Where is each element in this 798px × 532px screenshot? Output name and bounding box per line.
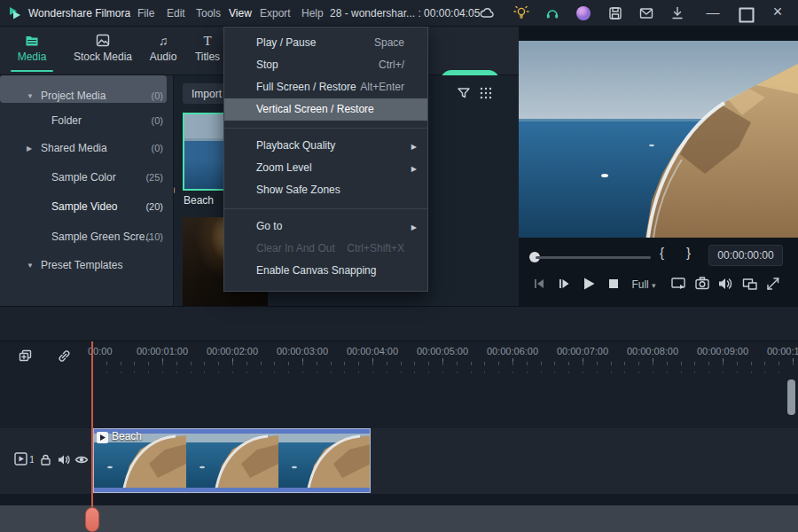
view-dropdown-menu: Play / Pause Space Stop Ctrl+/ Full Scre… (223, 27, 428, 292)
stock-media-icon (96, 34, 110, 48)
sidebar-item-folder[interactable]: Folder (0) (0, 111, 174, 130)
menu-edit[interactable]: Edit (167, 0, 185, 27)
timeline-toolbar: ↶ ↷ ✂ (0, 306, 798, 341)
minimize-button[interactable]: — (705, 4, 721, 20)
timeline-panel: 00:00 00:00:01:00 00:00:02:00 00:00:03:0… (0, 341, 798, 532)
sidebar-item-preset-templates[interactable]: ▼ Preset Templates (0, 255, 174, 275)
clip-play-badge (97, 432, 108, 443)
tab-stock-media[interactable]: Stock Media (62, 34, 144, 75)
playhead-handle[interactable] (85, 507, 99, 532)
sidebar-item-project-media[interactable]: ▼ Project Media (0) (0, 86, 174, 106)
expander-down-icon[interactable]: ▼ (27, 256, 34, 276)
menu-tools[interactable]: Tools (196, 0, 221, 27)
playback-quality-dropdown[interactable]: Full ▾ (623, 276, 664, 293)
titles-t-icon: T (190, 34, 225, 48)
timeline-vertical-scrollbar[interactable] (787, 379, 795, 415)
sidebar-item-sample-color[interactable]: Sample Color (25) (0, 168, 174, 187)
timeline-clip-beach[interactable]: Beach (93, 428, 371, 493)
sidebar-item-shared-media[interactable]: ▶ Shared Media (0) (0, 138, 174, 158)
tab-media[interactable]: Media (9, 34, 55, 75)
mark-out-button[interactable]: } (686, 245, 691, 260)
speaker-icon[interactable] (716, 275, 734, 293)
timeline-ruler[interactable]: 00:00 00:00:01:00 00:00:02:00 00:00:03:0… (0, 341, 798, 374)
video-track-lane: 1 Beach (0, 428, 798, 494)
menu-item-zoom-level[interactable]: Zoom Level ▶ (224, 157, 427, 179)
menu-file[interactable]: File (137, 0, 154, 27)
mail-icon[interactable] (638, 5, 654, 21)
expander-down-icon[interactable]: ▼ (27, 87, 34, 106)
tab-stock-media-label: Stock Media (62, 51, 144, 63)
ruler-minor-ticks (92, 362, 798, 365)
close-button[interactable]: × (770, 4, 786, 20)
preview-timecode: 00:00:00:00 (708, 245, 783, 266)
menu-export[interactable]: Export (260, 0, 291, 27)
audio-note-icon: ♫ (144, 34, 183, 48)
menu-item-show-safe-zones[interactable]: Show Safe Zones (224, 179, 427, 201)
view-mode-grid-icon[interactable] (479, 86, 493, 100)
save-icon[interactable] (607, 5, 623, 21)
video-track-type-icon: 1 (14, 451, 34, 467)
play-button[interactable] (580, 275, 598, 293)
app-title: Wondershare Filmora (28, 0, 130, 27)
filmora-window: Wondershare Filmora File Edit Tools View… (0, 0, 798, 532)
preview-seek-track[interactable] (536, 256, 651, 259)
media-thumbnail-beach-label: Beach (184, 194, 214, 207)
dual-monitor-icon[interactable] (669, 275, 687, 293)
preview-panel: { } 00:00:00:00 Full ▾ (519, 27, 798, 306)
track-mute-icon[interactable] (57, 453, 71, 466)
fullscreen-expand-icon[interactable] (764, 275, 782, 293)
clip-name-label: Beach (112, 430, 142, 442)
preview-video-frame (519, 41, 798, 238)
chevron-down-icon: ▾ (652, 281, 656, 290)
submenu-arrow-icon: ▶ (411, 158, 417, 180)
maximize-button[interactable] (739, 7, 755, 23)
tab-media-label: Media (9, 51, 55, 63)
sidebar-collapse-icon[interactable]: ◀ (174, 185, 175, 194)
cloud-icon[interactable] (479, 5, 495, 21)
user-avatar[interactable] (575, 5, 591, 21)
lightbulb-icon[interactable] (513, 5, 529, 21)
stop-button[interactable] (605, 275, 622, 293)
tab-titles-label: Titles (190, 51, 225, 63)
menu-item-playback-quality[interactable]: Playback Quality ▶ (224, 135, 427, 157)
menu-item-stop[interactable]: Stop Ctrl+/ (224, 54, 427, 76)
menu-separator (224, 201, 427, 215)
next-frame-button[interactable] (555, 275, 573, 293)
title-bar: Wondershare Filmora File Edit Tools View… (0, 0, 798, 27)
tab-audio-label: Audio (144, 51, 183, 63)
tab-active-underline (11, 70, 53, 72)
playhead-line[interactable] (91, 341, 93, 507)
sidebar-item-sample-green-screen[interactable]: Sample Green Scre... (10) (0, 227, 174, 246)
previous-frame-button[interactable] (530, 275, 548, 293)
download-icon[interactable] (669, 5, 685, 21)
snapshot-camera-icon[interactable] (693, 275, 711, 293)
submenu-arrow-icon: ▶ (411, 136, 417, 158)
menu-item-clear-in-and-out: Clear In And Out Ctrl+Shift+X (224, 238, 427, 260)
sidebar-item-sample-video[interactable]: Sample Video (20) (0, 197, 174, 216)
picture-in-picture-icon[interactable] (741, 275, 759, 293)
menu-item-enable-canvas-snapping[interactable]: Enable Canvas Snapping (224, 260, 427, 282)
track-visibility-eye-icon[interactable] (74, 454, 89, 466)
expander-right-icon[interactable]: ▶ (27, 139, 32, 159)
svg-text:1: 1 (29, 454, 34, 465)
project-title-timecode: 28 - wondershar... : 00:00:04:05 (330, 0, 480, 27)
menu-item-vertical-screen-restore[interactable]: Vertical Screen / Restore (224, 98, 427, 121)
submenu-arrow-icon: ▶ (411, 216, 417, 239)
ruler-sub-ticks (92, 372, 793, 373)
menu-separator (224, 121, 427, 135)
tab-audio[interactable]: ♫ Audio (144, 34, 183, 75)
track-lock-icon[interactable] (39, 453, 52, 466)
filter-icon[interactable] (456, 85, 472, 101)
menu-view[interactable]: View (229, 0, 252, 27)
menu-help[interactable]: Help (301, 0, 324, 27)
headset-icon[interactable] (544, 5, 560, 21)
filmora-logo-icon (7, 5, 23, 21)
timeline-lower-gap (0, 494, 798, 505)
media-sidebar: ▼ Project Media (0) Folder (0) ▶ Shared … (0, 75, 174, 306)
menu-item-full-screen-restore[interactable]: Full Screen / Restore Alt+Enter (224, 76, 427, 98)
menu-item-play-pause[interactable]: Play / Pause Space (224, 32, 427, 54)
mark-in-button[interactable]: { (660, 245, 664, 260)
menu-item-go-to[interactable]: Go to ▶ (224, 215, 427, 238)
timeline-bottom-bar (0, 505, 798, 532)
tab-titles[interactable]: T Titles (190, 34, 225, 75)
